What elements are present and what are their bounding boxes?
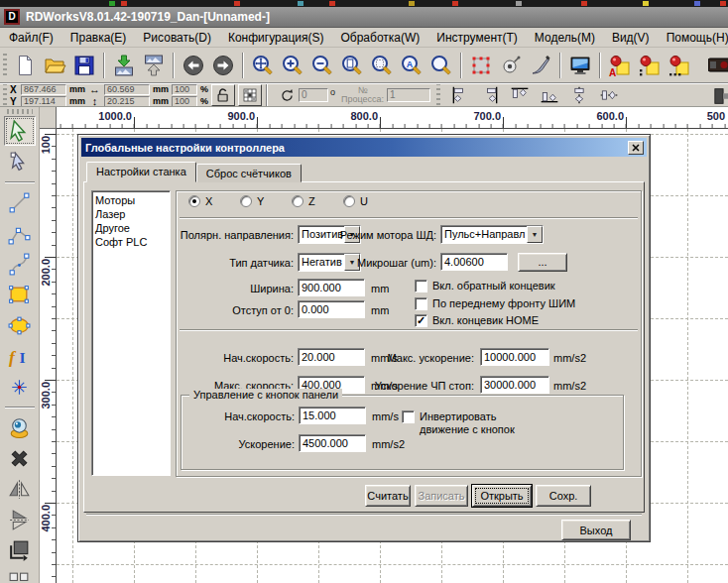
zoom-text-button[interactable]: A [397, 51, 426, 80]
axis-radio-z[interactable]: Z [292, 195, 315, 207]
estop-acc-input[interactable]: 30000.000 [480, 376, 549, 394]
track-frame-button[interactable] [466, 51, 496, 80]
list-item-softplc[interactable]: Софт PLC [93, 235, 169, 249]
list-item-laser[interactable]: Лазер [93, 207, 169, 221]
toolbar-grip[interactable] [7, 109, 33, 114]
y-position-input[interactable]: 197.114 [21, 96, 66, 107]
width-input[interactable]: 60.569 [104, 84, 150, 95]
camera-button[interactable] [4, 412, 36, 442]
write-button[interactable]: Записать [415, 485, 468, 507]
undo-button[interactable] [179, 51, 208, 80]
align-center-h-button[interactable] [565, 84, 592, 106]
open-file-icon [43, 54, 66, 77]
rectangle-button[interactable] [4, 280, 36, 309]
point-button[interactable] [4, 372, 36, 402]
zoom-pan-button[interactable] [248, 51, 278, 80]
axis-width-input[interactable]: 900.000 [298, 279, 365, 296]
chevron-down-icon[interactable]: ▼ [527, 226, 543, 243]
read-button[interactable]: Считать [365, 485, 411, 507]
open-button[interactable]: Открыть [472, 485, 532, 507]
list-item-motors[interactable]: Моторы [93, 193, 169, 207]
simulate-button[interactable] [496, 51, 526, 80]
mirror-vertical-button[interactable] [4, 505, 36, 534]
menu-model[interactable]: Модель(M) [535, 31, 595, 45]
dialog-titlebar: Глобальные настройки контроллера [81, 138, 647, 157]
dialog-close-button[interactable] [628, 141, 644, 155]
menu-view[interactable]: Вид(V) [612, 31, 650, 45]
tab-machine-settings[interactable]: Настройки станка [86, 162, 196, 182]
menu-config[interactable]: Конфигурация(S) [228, 31, 324, 45]
save-file-button[interactable] [69, 51, 99, 80]
menu-tool[interactable]: Инструмент(T) [436, 31, 518, 45]
key-speed-input[interactable]: 15.000 [299, 407, 366, 424]
tab-reset-counters[interactable]: Сброс счётчиков [196, 164, 302, 182]
align-right-button[interactable] [476, 84, 503, 106]
save-button[interactable]: Сохр. [536, 485, 591, 507]
motor-mode-combobox[interactable]: Пульс+Направл▼ [440, 225, 544, 244]
axis-radio-y[interactable]: Y [240, 195, 264, 207]
menu-file[interactable]: Файл(F) [9, 31, 54, 45]
align-top-button[interactable] [506, 84, 533, 106]
new-file-button[interactable] [10, 51, 40, 80]
offset-button[interactable] [4, 535, 36, 565]
toolbar-grip[interactable] [3, 54, 7, 77]
lock-aspect-button[interactable] [211, 84, 235, 106]
menu-handle[interactable]: Обработка(W) [340, 31, 420, 45]
max-acc-input[interactable]: 10000.000 [480, 348, 549, 366]
menu-help[interactable]: Помощь(H) [667, 31, 728, 45]
invert-keys-checkbox[interactable]: Инвертироватьдвижение с кнопок [402, 410, 515, 436]
microstep-more-button[interactable]: ... [518, 253, 567, 272]
process-number-input[interactable]: 1 [387, 88, 430, 102]
edit-cut-button[interactable] [526, 51, 555, 80]
x-scale-input[interactable]: 100 [172, 84, 197, 95]
home-limit-checkbox[interactable]: ✓Вкл. концевик HOME [415, 314, 539, 327]
x-position-input[interactable]: 867.466 [21, 84, 66, 95]
y-scale-input[interactable]: 100 [172, 96, 197, 107]
output-dots-button[interactable] [665, 51, 694, 80]
menu-edit[interactable]: Правка(E) [70, 31, 127, 45]
radio-label: Y [257, 195, 264, 207]
toolbar-separator [460, 53, 462, 78]
align-bottom-button[interactable] [536, 84, 562, 106]
zoom-select-button[interactable] [367, 51, 397, 80]
anchor-grid-button[interactable] [238, 84, 262, 106]
list-item-other[interactable]: Другое [93, 221, 169, 235]
rotate-angle-input[interactable]: 0 [299, 88, 328, 102]
zoom-view-button[interactable] [426, 51, 456, 80]
text-button[interactable]: fI [4, 341, 36, 371]
mirror-horizontal-button[interactable] [4, 474, 36, 504]
preview-monitor-button[interactable] [565, 51, 595, 80]
pwm-rising-checkbox[interactable]: По переднему фронту ШИМ [415, 297, 575, 310]
height-input[interactable]: 20.215 [104, 96, 150, 107]
exit-button[interactable]: Выход [561, 520, 631, 540]
open-file-button[interactable] [40, 51, 69, 80]
curve-button[interactable] [4, 249, 36, 279]
microstep-input[interactable]: 4.00600 [440, 253, 508, 271]
delete-button[interactable] [4, 443, 36, 473]
key-acc-input[interactable]: 4500.000 [299, 434, 366, 452]
array-button[interactable] [4, 566, 36, 583]
polyline-button[interactable] [4, 218, 36, 248]
import-image-button[interactable] [109, 51, 139, 80]
grid-line [72, 129, 73, 583]
offset-input[interactable]: 0.000 [298, 300, 365, 318]
laser-device-button[interactable] [705, 51, 728, 80]
redo-button[interactable] [208, 51, 238, 80]
reverse-limit-checkbox[interactable]: Вкл. обратный концевик [415, 280, 555, 292]
line-button[interactable] [4, 187, 36, 217]
align-center-v-button[interactable] [595, 84, 622, 106]
zoom-out-button[interactable] [307, 51, 337, 80]
axis-radio-x[interactable]: X [188, 195, 212, 207]
ellipse-button[interactable] [4, 310, 36, 340]
output-fill-button[interactable] [635, 51, 665, 80]
zoom-page-button[interactable] [337, 51, 367, 80]
zoom-in-button[interactable] [278, 51, 307, 80]
select-button[interactable] [4, 116, 36, 146]
align-left-button[interactable] [446, 84, 473, 106]
axis-radio-u[interactable]: U [343, 195, 368, 207]
output-text-button[interactable]: A [605, 51, 635, 80]
node-edit-button[interactable] [4, 147, 36, 176]
toolbar-grip[interactable] [3, 83, 7, 107]
export-image-button[interactable] [139, 51, 169, 80]
menu-draw[interactable]: Рисовать(D) [143, 31, 211, 45]
